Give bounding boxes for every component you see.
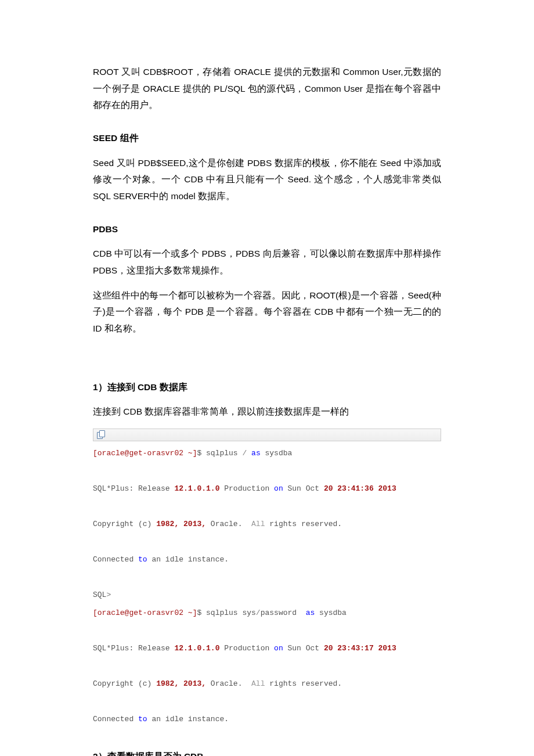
- paragraph-pdbs-1: CDB 中可以有一个或多个 PDBS，PDBS 向后兼容，可以像以前在数据库中那…: [93, 246, 441, 279]
- heading-section-1: 1）连接到 CDB 数据库: [93, 379, 441, 396]
- document-page: ROOT 又叫 CDB$ROOT，存储着 ORACLE 提供的元数据和 Comm…: [0, 0, 534, 756]
- paragraph-h1-desc: 连接到 CDB 数据库容器非常简单，跟以前连接数据库是一样的: [93, 404, 441, 420]
- code-toolbar-1: [93, 429, 441, 441]
- heading-pdbs: PDBS: [93, 221, 441, 238]
- copy-icon[interactable]: [97, 431, 105, 439]
- code-block-1: [oracle@get-orasvr02 ~]$ sqlplus / as sy…: [93, 441, 441, 732]
- paragraph-root: ROOT 又叫 CDB$ROOT，存储着 ORACLE 提供的元数据和 Comm…: [93, 64, 441, 114]
- heading-section-2: 2）查看数据库是否为 CDB: [93, 748, 441, 756]
- paragraph-pdbs-2: 这些组件中的每一个都可以被称为一个容器。因此，ROOT(根)是一个容器，Seed…: [93, 287, 441, 337]
- paragraph-seed: Seed 又叫 PDB$SEED,这个是你创建 PDBS 数据库的模板，你不能在…: [93, 155, 441, 205]
- heading-seed: SEED 组件: [93, 130, 441, 147]
